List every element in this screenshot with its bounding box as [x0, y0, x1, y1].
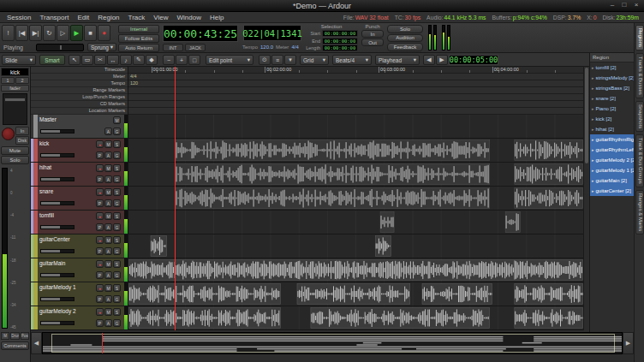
sync-jack-button[interactable]: JACK [185, 44, 206, 51]
track-lane-guitarmelody-1[interactable] [128, 282, 583, 306]
sync-int-button[interactable]: INT [163, 44, 183, 51]
record-arm-button[interactable]: ● [96, 164, 104, 172]
tab-tracks-busses[interactable]: Tracks & Busses [635, 53, 644, 98]
group-button[interactable]: G [113, 319, 121, 327]
group-button[interactable]: G [113, 199, 121, 207]
automation-button[interactable]: A [104, 128, 112, 135]
ruler-loop-punch-ranges[interactable] [128, 94, 583, 101]
record-button[interactable]: ● [98, 25, 110, 41]
disclosure-triangle-icon[interactable]: ▸ [592, 65, 594, 70]
record-arm-button[interactable] [2, 128, 15, 140]
track-gain-fader[interactable] [40, 273, 75, 277]
track-lane-hihat[interactable] [128, 163, 583, 187]
stop-button[interactable]: ■ [84, 25, 97, 41]
ruler-location-markers[interactable] [128, 108, 583, 115]
playhead-cursor[interactable] [175, 67, 176, 330]
solo-button[interactable]: S [113, 188, 121, 196]
group-button[interactable]: G [113, 128, 121, 135]
mute-button[interactable]: M [104, 212, 112, 220]
mute-button[interactable]: M [104, 260, 112, 268]
track-header-snare[interactable]: snare●MSPAG [31, 187, 128, 211]
track-header-guitarmelody-2[interactable]: guitarMelody 2●MSPAG [31, 306, 128, 330]
record-arm-button[interactable]: ● [96, 140, 104, 148]
track-lane-guitarmain[interactable] [128, 258, 583, 282]
menu-help[interactable]: Help [206, 14, 228, 21]
audition-tool[interactable]: ♪ [120, 55, 132, 65]
monitor-disk-button[interactable]: Disk [15, 136, 29, 145]
region-list-item[interactable]: ▸guitarMelody 1 [2] [590, 165, 634, 175]
track-lane-tomfill[interactable] [128, 211, 583, 234]
shuttle-control[interactable] [36, 44, 84, 51]
track-gain-fader[interactable] [40, 129, 75, 134]
io-button-1[interactable]: 1 [1, 77, 15, 84]
playlist-button[interactable]: P [96, 223, 104, 231]
maximize-button[interactable]: □ [620, 1, 629, 9]
ruler-timecode[interactable]: 00:01:00:0000:02:00:0000:03:00:0000:04:0… [128, 67, 583, 74]
record-arm-button[interactable]: ● [96, 236, 104, 244]
smart-mode-button[interactable]: Smart [39, 55, 65, 65]
solo-button[interactable]: S [113, 284, 121, 292]
snap-unit-dropdown[interactable]: Beats/4 ▾ [332, 55, 372, 65]
gain-fader[interactable] [3, 93, 27, 125]
track-header-guitarmelody-1[interactable]: guitarMelody 1●MSPAG [31, 282, 128, 306]
region-list-item[interactable]: ▸stringsMelody [2] [590, 73, 634, 83]
disclosure-triangle-icon[interactable]: ▸ [592, 178, 594, 183]
menu-edit[interactable]: Edit [73, 14, 93, 21]
minimize-button[interactable]: – [608, 1, 617, 9]
titlebar[interactable]: *Demo — Ardour –□× [0, 0, 644, 12]
group-button[interactable]: G [113, 175, 121, 183]
nudge-forward-button[interactable]: ▶ [436, 55, 448, 65]
track-gain-fader[interactable] [40, 297, 75, 301]
menu-region[interactable]: Region [93, 14, 123, 21]
fader-stage-button[interactable]: fader [1, 85, 29, 92]
mute-button[interactable]: M [104, 164, 112, 172]
track-header-master[interactable]: MasterMAG [31, 115, 128, 139]
track-gain-fader[interactable] [40, 177, 75, 181]
group-button[interactable]: G [113, 295, 121, 303]
playlist-button[interactable]: P [96, 295, 104, 303]
start-clock[interactable]: 00:00:00:00 [322, 30, 358, 37]
track-name[interactable]: Master [39, 116, 122, 123]
mute-button[interactable]: M [104, 308, 112, 316]
meter-value[interactable]: 4/4 [291, 45, 298, 50]
region-list-item[interactable]: ▸guitarCenter [2] [590, 186, 634, 196]
mute-button[interactable]: M [104, 140, 112, 148]
summary-scroll-left-button[interactable]: ◀ [31, 332, 42, 354]
group-button[interactable]: G [113, 223, 121, 231]
disclosure-triangle-icon[interactable]: ▸ [592, 106, 594, 111]
secondary-clock[interactable]: 022|04|1341 [243, 25, 301, 41]
length-clock[interactable]: 00:00:00:00 [322, 45, 358, 51]
mouse-mode-button[interactable]: ▾ [284, 55, 296, 65]
range-tool[interactable]: ▭ [81, 55, 93, 65]
internal-edit-tool[interactable]: ◆ [146, 55, 158, 65]
playlist-button[interactable]: P [96, 199, 104, 207]
track-gain-fader[interactable] [40, 249, 75, 253]
playlist-button[interactable]: P [96, 271, 104, 279]
scrollbar-thumb[interactable] [585, 68, 588, 163]
disclosure-triangle-icon[interactable]: ▸ [592, 168, 594, 173]
close-button[interactable]: × [632, 1, 641, 9]
mute-button[interactable]: M [113, 116, 121, 124]
track-gain-fader[interactable] [40, 201, 75, 205]
disclosure-triangle-icon[interactable]: ▸ [592, 127, 594, 132]
solo-button[interactable]: Solo [387, 25, 423, 33]
solo-button[interactable]: S [113, 308, 121, 316]
ruler-cd-markers[interactable] [128, 101, 583, 108]
draw-tool[interactable]: ✎ [133, 55, 145, 65]
midi-panic-button[interactable]: ! [2, 25, 15, 41]
automation-button[interactable]: A [104, 271, 112, 279]
monitor-in-button[interactable]: In [15, 127, 29, 135]
track-lane-kick[interactable] [128, 139, 583, 163]
menu-track[interactable]: Track [124, 14, 150, 21]
zoom-focus-button[interactable]: ⊙ [259, 55, 271, 65]
disclosure-triangle-icon[interactable]: ▸ [592, 86, 594, 91]
disclosure-triangle-icon[interactable]: ▸ [592, 157, 594, 163]
fader-handle[interactable] [4, 98, 26, 102]
marker-list-button[interactable]: ≡ [271, 55, 283, 65]
internal-button[interactable]: Internal [118, 25, 159, 33]
tab-regions[interactable]: Regions [635, 25, 644, 50]
playlist-button[interactable]: P [96, 319, 104, 327]
region-list-item[interactable]: ▸guitarMelody 2 [2] [590, 155, 634, 165]
summary-view-frame[interactable] [51, 334, 615, 353]
mute-button[interactable]: M [104, 284, 112, 292]
